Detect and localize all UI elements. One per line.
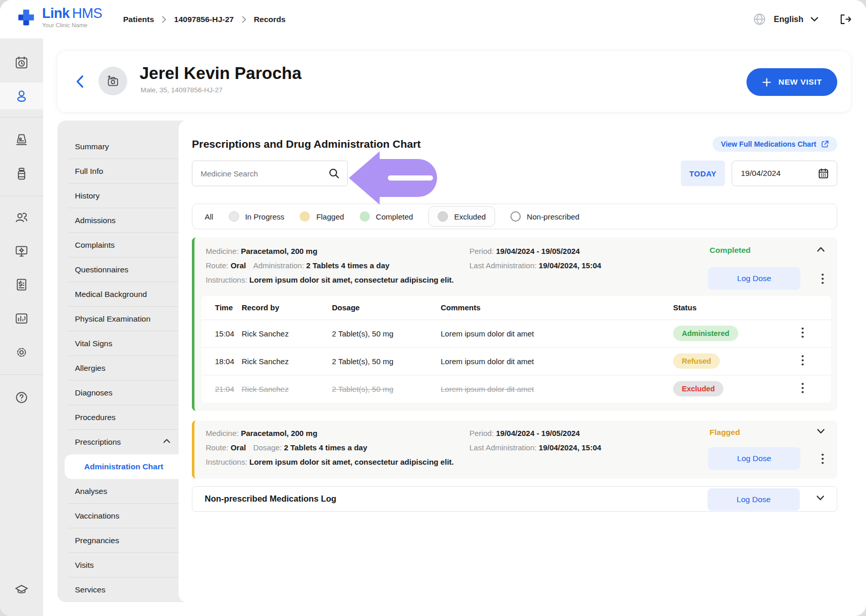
filter-flagged[interactable]: Flagged bbox=[300, 211, 344, 222]
patient-avatar[interactable] bbox=[99, 67, 127, 95]
help-icon[interactable] bbox=[15, 391, 29, 405]
card-status-flagged: Flagged bbox=[710, 428, 740, 437]
staff-icon[interactable] bbox=[14, 210, 29, 225]
nav-item-physical-examination[interactable]: Physical Examination bbox=[57, 307, 179, 331]
radio-excluded[interactable] bbox=[438, 211, 448, 222]
dose-row: 15:04 Rick Sanchez 2 Tablet(s), 50 mg Lo… bbox=[202, 320, 831, 347]
new-visit-button[interactable]: NEW VISIT bbox=[746, 68, 837, 96]
reports-icon[interactable] bbox=[15, 312, 29, 326]
expand-chevron-down-icon[interactable] bbox=[817, 429, 825, 434]
col-status: Status bbox=[673, 296, 801, 320]
nav-item-vital-signs[interactable]: Vital Signs bbox=[57, 331, 179, 356]
nav-item-allergies[interactable]: Allergies bbox=[57, 356, 179, 381]
back-icon[interactable] bbox=[76, 75, 84, 88]
expand-chevron-down-icon[interactable] bbox=[816, 495, 824, 501]
language-selector[interactable]: English bbox=[774, 15, 803, 24]
calendar-icon bbox=[818, 168, 829, 179]
nav-item-history[interactable]: History bbox=[57, 184, 179, 208]
breadcrumb: Patients 14097856-HJ-27 Records bbox=[123, 0, 286, 38]
col-time: Time bbox=[202, 296, 242, 320]
filter-excluded-selected[interactable]: Excluded bbox=[428, 206, 495, 227]
filter-completed[interactable]: Completed bbox=[360, 211, 414, 222]
log-dose-button[interactable]: Log Dose bbox=[708, 267, 800, 290]
radio-flagged[interactable] bbox=[300, 211, 310, 222]
medications-icon[interactable] bbox=[15, 167, 29, 181]
icon-sidebar bbox=[0, 38, 43, 616]
nav-item-summary[interactable]: Summary bbox=[57, 134, 179, 159]
app-logo[interactable]: LinkHMS Your Clinic Name bbox=[15, 7, 102, 29]
breadcrumb-separator-icon bbox=[162, 16, 166, 23]
breadcrumb-patients[interactable]: Patients bbox=[123, 15, 154, 24]
view-full-medications-chart-link[interactable]: View Full Medications Chart bbox=[713, 136, 837, 152]
medicine-search-input[interactable] bbox=[192, 161, 348, 186]
nav-item-full-info[interactable]: Full Info bbox=[57, 159, 179, 184]
nav-item-medical-background[interactable]: Medical Background bbox=[57, 282, 179, 307]
brand-tagline: Your Clinic Name bbox=[42, 23, 102, 29]
brand-name: LinkHMS bbox=[42, 7, 102, 21]
radio-non-prescribed[interactable] bbox=[510, 211, 521, 222]
nav-item-services[interactable]: Services bbox=[57, 578, 179, 602]
breadcrumb-patient-id[interactable]: 14097856-HJ-27 bbox=[174, 15, 233, 24]
nav-item-diagnoses[interactable]: Diagnoses bbox=[57, 381, 179, 405]
sidebar-divider bbox=[0, 374, 43, 375]
new-visit-label: NEW VISIT bbox=[778, 77, 822, 87]
record-nav-menu: Summary Full Info History Admissions Com… bbox=[57, 121, 179, 602]
patient-name: Jerel Kevin Parocha bbox=[140, 64, 302, 83]
billing-icon[interactable] bbox=[15, 278, 29, 292]
camera-plus-icon bbox=[106, 74, 120, 88]
settings-icon[interactable] bbox=[15, 346, 29, 360]
nav-item-admissions[interactable]: Admissions bbox=[57, 208, 179, 233]
col-record-by: Record by bbox=[242, 296, 332, 320]
nav-item-questionnaires[interactable]: Questionnaires bbox=[57, 257, 179, 282]
kebab-menu-icon[interactable] bbox=[821, 453, 824, 464]
nav-item-pregnancies[interactable]: Pregnancies bbox=[57, 528, 179, 553]
radio-in-progress[interactable] bbox=[229, 211, 239, 222]
education-icon[interactable] bbox=[14, 583, 29, 597]
medicine-value: Paracetamol, 200 mg bbox=[241, 247, 317, 255]
filter-in-progress[interactable]: In Progress bbox=[229, 211, 285, 222]
non-prescribed-log-title: Non-prescribed Medications Log bbox=[205, 494, 337, 504]
log-dose-button[interactable]: Log Dose bbox=[707, 488, 800, 511]
col-comments: Comments bbox=[441, 296, 673, 320]
workstation-icon[interactable] bbox=[15, 245, 29, 259]
schedule-icon[interactable] bbox=[15, 56, 29, 70]
patient-header-card: Jerel Kevin Parocha Male, 35, 14097856-H… bbox=[57, 51, 851, 112]
plus-icon bbox=[762, 77, 772, 87]
nav-item-procedures[interactable]: Procedures bbox=[57, 405, 179, 430]
kebab-menu-icon[interactable] bbox=[801, 327, 804, 338]
nav-item-visits[interactable]: Visits bbox=[57, 553, 179, 578]
nav-item-analyses[interactable]: Analyses bbox=[57, 479, 179, 504]
dose-table: Time Record by Dosage Comments Status 15… bbox=[202, 296, 831, 403]
date-picker[interactable]: 19/04/2024 bbox=[732, 161, 837, 186]
nav-item-complaints[interactable]: Complaints bbox=[57, 233, 179, 257]
filter-non-prescribed[interactable]: Non-prescribed bbox=[510, 211, 580, 222]
log-dose-button[interactable]: Log Dose bbox=[708, 447, 800, 470]
radio-completed[interactable] bbox=[360, 211, 370, 222]
dose-row-excluded: 21:04 Rick Sanchez 2 Tablet(s), 50 mg Lo… bbox=[202, 375, 831, 403]
medicine-label: Medicine: bbox=[206, 247, 239, 255]
patient-meta: Male, 35, 14097856-HJ-27 bbox=[141, 86, 223, 94]
app-window: LinkHMS Your Clinic Name Patients 140978… bbox=[0, 0, 866, 616]
kebab-menu-icon[interactable] bbox=[801, 355, 804, 366]
collapse-chevron-up-icon[interactable] bbox=[817, 247, 825, 252]
kebab-menu-icon[interactable] bbox=[821, 273, 824, 284]
kebab-menu-icon[interactable] bbox=[801, 383, 804, 393]
status-badge-excluded: Excluded bbox=[673, 381, 723, 396]
chevron-down-icon[interactable] bbox=[811, 17, 818, 22]
logo-cross-icon bbox=[15, 7, 37, 28]
nav-item-prescriptions[interactable]: Prescriptions bbox=[57, 430, 179, 454]
external-link-icon bbox=[821, 140, 829, 148]
status-badge-refused: Refused bbox=[673, 353, 720, 369]
today-button[interactable]: TODAY bbox=[681, 161, 725, 186]
patients-icon[interactable] bbox=[14, 89, 29, 103]
nav-item-administration-chart[interactable]: Administration Chart bbox=[65, 454, 179, 479]
table-header-row: Time Record by Dosage Comments Status bbox=[202, 296, 831, 320]
filter-all[interactable]: All bbox=[205, 212, 213, 221]
status-filter-bar: All In Progress Flagged Completed Exclud… bbox=[192, 204, 837, 229]
non-prescribed-log-card: Non-prescribed Medications Log Log Dose bbox=[192, 486, 837, 512]
logout-icon[interactable] bbox=[839, 13, 852, 26]
lab-icon[interactable] bbox=[15, 133, 29, 147]
breadcrumb-separator-icon bbox=[242, 16, 246, 23]
top-bar: LinkHMS Your Clinic Name Patients 140978… bbox=[0, 0, 866, 38]
nav-item-vaccinations[interactable]: Vaccinations bbox=[57, 504, 179, 528]
